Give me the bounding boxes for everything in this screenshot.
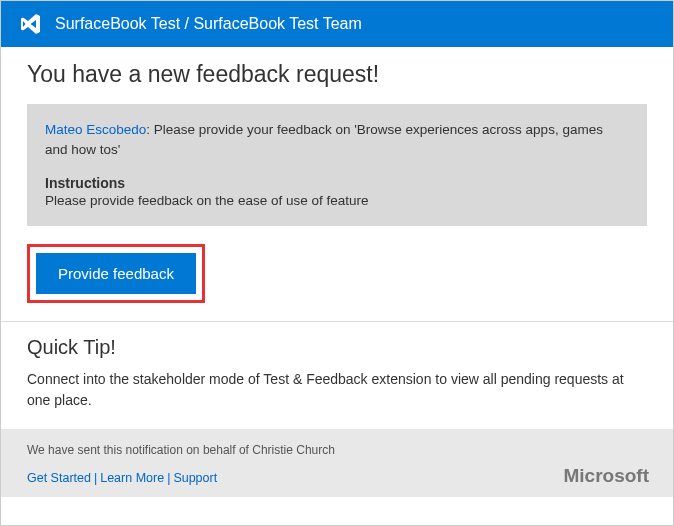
link-separator: |: [167, 471, 170, 485]
support-link[interactable]: Support: [173, 471, 217, 485]
quick-tip-title: Quick Tip!: [27, 336, 647, 359]
footer-notice-name: Christie Church: [252, 443, 335, 457]
page-title: You have a new feedback request!: [27, 61, 647, 88]
instructions-text: Please provide feedback on the ease of u…: [45, 193, 629, 208]
footer-notice-prefix: We have sent this notification on behalf…: [27, 443, 252, 457]
feedback-request-box: Mateo Escobedo: Please provide your feed…: [27, 104, 647, 226]
microsoft-logo: Microsoft: [564, 465, 650, 487]
get-started-link[interactable]: Get Started: [27, 471, 91, 485]
header-bar: SurfaceBook Test / SurfaceBook Test Team: [1, 1, 673, 47]
quick-tip-section: Quick Tip! Connect into the stakeholder …: [1, 336, 673, 429]
link-separator: |: [94, 471, 97, 485]
requester-name-link[interactable]: Mateo Escobedo: [45, 122, 146, 137]
provide-feedback-button[interactable]: Provide feedback: [36, 253, 196, 294]
footer-notice: We have sent this notification on behalf…: [27, 443, 647, 457]
header-title: SurfaceBook Test / SurfaceBook Test Team: [55, 15, 362, 33]
instructions-label: Instructions: [45, 175, 629, 191]
request-text: Mateo Escobedo: Please provide your feed…: [45, 120, 629, 161]
quick-tip-text: Connect into the stakeholder mode of Tes…: [27, 369, 647, 411]
footer: We have sent this notification on behalf…: [1, 429, 673, 497]
main-content: You have a new feedback request! Mateo E…: [1, 47, 673, 321]
button-highlight-frame: Provide feedback: [27, 244, 205, 303]
visual-studio-icon: [17, 11, 43, 37]
footer-links: Get Started|Learn More|Support: [27, 471, 647, 485]
section-divider: [1, 321, 673, 322]
learn-more-link[interactable]: Learn More: [100, 471, 164, 485]
